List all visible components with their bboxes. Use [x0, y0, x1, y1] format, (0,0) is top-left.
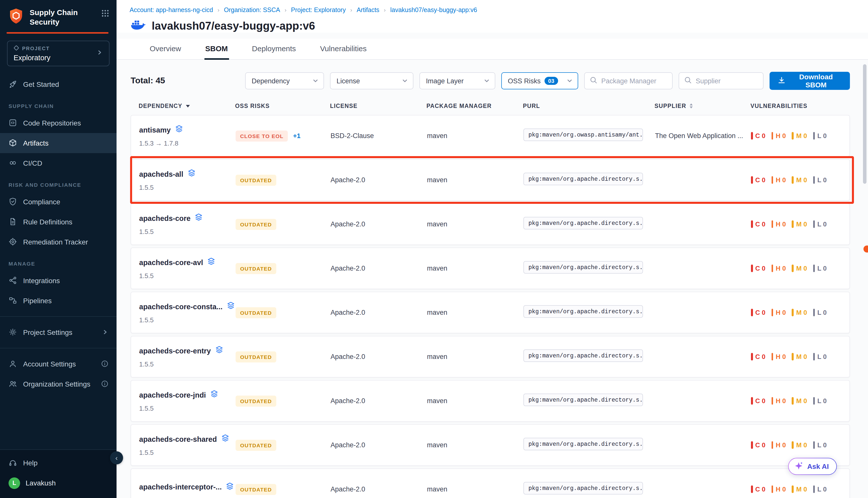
breadcrumb-project[interactable]: Project: Exploratory: [291, 6, 346, 14]
sidebar-item-account-settings[interactable]: Account Settings: [0, 354, 117, 374]
purl-cell: pkg:maven/org.apache.directory.s...: [523, 438, 655, 452]
toolbar: Total: 45 Dependency License Image Layer…: [131, 72, 850, 90]
table-row[interactable]: apacheds-core-entry 1.5.5 OUTDATED Apach…: [131, 336, 850, 378]
sidebar-item-compliance[interactable]: Compliance: [0, 192, 117, 212]
vuln-c: C 0: [751, 176, 765, 184]
purl-chip[interactable]: pkg:maven/org.owasp.antisamy/ant...: [523, 129, 643, 141]
breadcrumb-separator: ›: [285, 7, 286, 13]
purl-chip[interactable]: pkg:maven/org.apache.directory.s...: [523, 305, 643, 318]
vuln-l: L 0: [813, 309, 827, 316]
package-manager-cell: maven: [427, 309, 523, 316]
table-row[interactable]: apacheds-all 1.5.5 OUTDATED Apache-2.0 m…: [131, 159, 850, 201]
dependency-filter[interactable]: Dependency: [245, 72, 324, 89]
package-manager-input[interactable]: [601, 77, 667, 84]
package-manager-cell: maven: [427, 176, 523, 184]
sidebar-item-get-started[interactable]: Get Started: [0, 74, 117, 94]
tab-overview[interactable]: Overview: [149, 39, 182, 59]
download-sbom-button[interactable]: Download SBOM: [769, 72, 850, 90]
tab-sbom[interactable]: SBOM: [204, 39, 229, 59]
purl-chip[interactable]: pkg:maven/org.apache.directory.s...: [523, 173, 643, 185]
purl-chip[interactable]: pkg:maven/org.apache.directory.s...: [523, 394, 643, 406]
table-row[interactable]: antisamy 1.5.3 → 1.7.8 CLOSE TO EOL +1 B…: [131, 115, 850, 157]
sidebar-item-pipelines[interactable]: Pipelines: [0, 290, 117, 311]
purl-chip[interactable]: pkg:maven/org.apache.directory.s...: [523, 350, 643, 362]
layers-icon: [195, 213, 203, 223]
download-icon: [778, 76, 786, 86]
purl-chip[interactable]: pkg:maven/org.apache.directory.s...: [523, 438, 643, 450]
page-header: Account: app-harness-ng-cicd › Organizat…: [117, 0, 868, 32]
image-layer-filter[interactable]: Image Layer: [419, 72, 495, 89]
oss-risks-cell: OUTDATED: [236, 307, 331, 318]
tab-deployments[interactable]: Deployments: [251, 39, 297, 59]
purl-chip[interactable]: pkg:maven/org.apache.directory.s...: [523, 261, 643, 274]
breadcrumb-account[interactable]: Account: app-harness-ng-cicd: [130, 6, 213, 14]
table-row[interactable]: apacheds-core-consta... 1.5.5 OUTDATED A…: [131, 292, 850, 333]
layers-icon: [221, 434, 229, 444]
table-row[interactable]: apacheds-core-avl 1.5.5 OUTDATED Apache-…: [131, 248, 850, 289]
oss-risks-filter[interactable]: OSS Risks 03: [501, 72, 578, 89]
table-row[interactable]: apacheds-core-jndi 1.5.5 OUTDATED Apache…: [131, 380, 850, 422]
headset-icon: [9, 459, 17, 467]
user-menu[interactable]: L Lavakush: [0, 473, 117, 493]
project-selector[interactable]: PROJECT Exploratory: [7, 40, 109, 66]
column-dependency[interactable]: DEPENDENCY: [139, 103, 235, 109]
vuln-h: H 0: [771, 353, 786, 361]
sidebar-item-remediation-tracker[interactable]: Remediation Tracker: [0, 232, 117, 252]
breadcrumb-artifacts[interactable]: Artifacts: [357, 6, 379, 14]
chevron-right-icon: [102, 329, 108, 335]
oss-risks-cell: OUTDATED: [236, 395, 331, 406]
vuln-c: C 0: [751, 397, 765, 405]
sidebar-item-help[interactable]: Help: [0, 453, 117, 473]
breadcrumb-organization[interactable]: Organization: SSCA: [224, 6, 280, 14]
oss-risks-cell: OUTDATED: [236, 440, 331, 450]
chevron-down-icon: [402, 78, 408, 84]
vuln-l: L 0: [813, 176, 827, 184]
harness-scs-logo-icon[interactable]: [8, 8, 25, 27]
oss-risk-badge: OUTDATED: [236, 484, 276, 495]
tab-vulnerabilities[interactable]: Vulnerabilities: [319, 39, 368, 59]
column-supplier[interactable]: SUPPLIER: [655, 103, 750, 109]
license-filter[interactable]: License: [330, 72, 413, 89]
scrollbar[interactable]: [863, 64, 867, 184]
ask-ai-label: Ask AI: [807, 462, 829, 470]
sidebar-item-artifacts[interactable]: Artifacts: [0, 133, 117, 153]
pipelines-icon: [9, 296, 17, 305]
module-switcher-icon[interactable]: [101, 9, 109, 19]
purl-chip[interactable]: pkg:maven/org.apache.directory.s...: [523, 217, 643, 230]
filter-count-badge: 03: [545, 77, 558, 85]
purl-chip[interactable]: pkg:maven/org.apache.directory.s...: [523, 482, 643, 495]
vuln-h: H 0: [771, 265, 786, 272]
user-name: Lavakush: [26, 479, 56, 487]
sidebar-item-label: Account Settings: [23, 360, 76, 368]
vuln-m: M 0: [792, 265, 807, 272]
column-purl: PURL: [523, 103, 655, 109]
ask-ai-button[interactable]: Ask AI: [788, 458, 837, 475]
sidebar-item-label: Integrations: [23, 276, 60, 284]
dependency-cell: apacheds-core-consta... 1.5.5: [139, 301, 236, 324]
dependency-version: 1.5.5: [139, 405, 236, 412]
breadcrumb-current[interactable]: lavakush07/easy-buggy-app:v6: [390, 6, 477, 14]
table-row[interactable]: apacheds-core-shared 1.5.5 OUTDATED Apac…: [131, 424, 850, 466]
supplier-search[interactable]: [678, 72, 764, 89]
supplier-input[interactable]: [696, 77, 758, 84]
sidebar-collapse-handle[interactable]: ‹: [110, 451, 123, 464]
oss-risk-more[interactable]: +1: [293, 132, 301, 140]
project-name: Exploratory: [14, 53, 96, 62]
package-manager-cell: maven: [427, 265, 523, 272]
package-manager-cell: maven: [427, 485, 523, 493]
sidebar-item-code-repositories[interactable]: Code Repositories: [0, 113, 117, 133]
sidebar-item-project-settings[interactable]: Project Settings: [0, 322, 117, 342]
vuln-h: H 0: [771, 485, 786, 493]
package-manager-search[interactable]: [584, 72, 673, 89]
sidebar-item-organization-settings[interactable]: Organization Settings: [0, 374, 117, 394]
oss-risks-cell: OUTDATED: [236, 484, 331, 495]
sidebar-item-integrations[interactable]: Integrations: [0, 270, 117, 290]
table-row[interactable]: apacheds-core 1.5.5 OUTDATED Apache-2.0 …: [131, 203, 850, 245]
column-label: OSS RISKS: [235, 103, 270, 109]
vuln-m: M 0: [792, 485, 807, 493]
sidebar-item-rule-definitions[interactable]: Rule Definitions: [0, 212, 117, 232]
vuln-l: L 0: [813, 485, 827, 493]
vuln-m: M 0: [792, 176, 807, 184]
sidebar-item-cicd[interactable]: CI/CD: [0, 153, 117, 173]
table-row[interactable]: apacheds-interceptor-... OUTDATED Apache…: [131, 468, 850, 498]
